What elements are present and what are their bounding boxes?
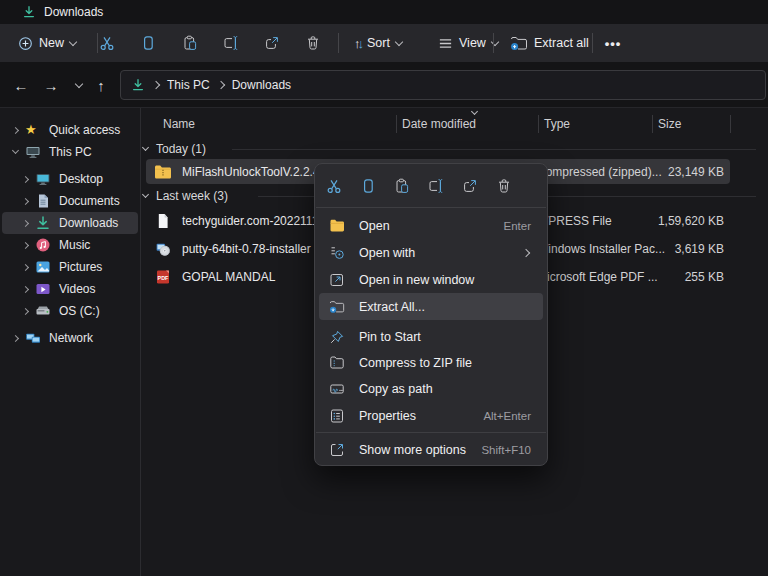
cut-button[interactable] <box>91 29 123 57</box>
file-size-putty: 3,619 KB <box>675 242 724 256</box>
chevron-down-icon <box>69 37 77 45</box>
menu-item-extract-all[interactable]: Extract All... <box>319 293 543 320</box>
expand-chevron-icon[interactable] <box>20 177 30 182</box>
breadcrumb-chevron-icon <box>152 81 160 89</box>
group-header-last-week[interactable]: Last week (3) <box>143 188 228 204</box>
share-icon <box>462 178 478 194</box>
desktop-icon <box>35 171 51 187</box>
menu-item-open-with[interactable]: Open with <box>319 239 543 266</box>
group-divider <box>232 149 756 150</box>
breadcrumb-downloads[interactable]: Downloads <box>226 78 297 92</box>
expand-chevron-icon[interactable] <box>20 287 30 292</box>
menu-item-compress-to-zip[interactable]: Compress to ZIP file <box>319 349 543 376</box>
column-header-size[interactable]: Size <box>658 112 681 136</box>
delete-button[interactable] <box>490 172 518 200</box>
expand-chevron-icon[interactable] <box>20 199 30 204</box>
copy-button[interactable] <box>132 29 164 57</box>
view-button[interactable]: View <box>430 29 506 57</box>
menu-item-pin-to-start[interactable]: Pin to Start <box>319 323 543 350</box>
column-header-type[interactable]: Type <box>544 112 570 136</box>
back-button[interactable]: ← <box>8 72 34 98</box>
copy-button[interactable] <box>354 172 382 200</box>
new-window-icon <box>329 272 345 288</box>
expand-chevron-icon[interactable] <box>20 243 30 248</box>
sidebar-item-downloads[interactable]: Downloads <box>2 212 138 234</box>
expand-chevron-icon[interactable] <box>10 336 20 341</box>
zip-folder-icon <box>154 164 172 180</box>
up-button[interactable]: ↑ <box>88 72 114 98</box>
file-size-miflash: 23,149 KB <box>668 165 724 179</box>
collapse-chevron-icon[interactable] <box>10 151 20 153</box>
chevron-down-icon <box>491 37 499 45</box>
pin-icon <box>329 329 345 345</box>
column-header-name[interactable]: Name <box>163 112 195 136</box>
ellipsis-icon: ••• <box>605 36 622 51</box>
sort-button-label: Sort <box>367 36 390 50</box>
pdf-icon: PDF <box>154 269 172 285</box>
pictures-icon <box>35 259 51 275</box>
toolbar-divider <box>592 33 593 53</box>
address-bar[interactable]: This PC Downloads <box>120 70 766 100</box>
menu-item-open[interactable]: Open Enter <box>319 212 543 239</box>
group-collapse-chevron-icon[interactable] <box>142 191 149 198</box>
sort-icon: ↑↓ <box>354 36 361 51</box>
sidebar-item-this-pc[interactable]: This PC <box>2 141 138 163</box>
rename-button[interactable] <box>215 29 247 57</box>
column-divider[interactable] <box>652 115 653 133</box>
delete-button[interactable] <box>297 29 329 57</box>
sidebar-item-desktop[interactable]: Desktop <box>2 168 138 190</box>
zip-compress-icon <box>329 355 345 371</box>
sidebar-item-videos[interactable]: Videos <box>2 278 138 300</box>
share-button[interactable] <box>456 172 484 200</box>
paste-button[interactable] <box>388 172 416 200</box>
sidebar-item-quick-access[interactable]: ★ Quick access <box>2 119 138 141</box>
download-icon <box>35 215 51 231</box>
menu-divider <box>316 207 546 208</box>
rename-icon <box>223 35 239 51</box>
chevron-down-icon <box>75 79 83 87</box>
plus-circle-icon <box>18 36 33 51</box>
rename-button[interactable] <box>422 172 450 200</box>
sidebar-item-pictures[interactable]: Pictures <box>2 256 138 278</box>
file-type-gopal-mandal: Microsoft Edge PDF ... <box>537 270 658 284</box>
column-divider[interactable] <box>730 115 731 133</box>
shortcut-label: Alt+Enter <box>483 410 531 422</box>
more-options-button[interactable]: ••• <box>598 29 628 57</box>
svg-text:PDF: PDF <box>158 274 169 280</box>
expand-chevron-icon[interactable] <box>10 128 20 133</box>
sidebar-item-music[interactable]: Music <box>2 234 138 256</box>
group-collapse-chevron-icon[interactable] <box>142 144 149 151</box>
extract-all-button[interactable]: Extract all <box>502 29 603 57</box>
cut-button[interactable] <box>320 172 348 200</box>
rename-icon <box>428 178 444 194</box>
content-divider <box>0 107 768 108</box>
network-icon <box>25 330 41 346</box>
expand-chevron-icon[interactable] <box>20 221 30 226</box>
group-header-today[interactable]: Today (1) <box>143 141 206 157</box>
menu-item-copy-as-path[interactable]: Copy as path <box>319 375 543 402</box>
breadcrumb-this-pc[interactable]: This PC <box>161 78 216 92</box>
paste-button[interactable] <box>174 29 206 57</box>
menu-item-properties[interactable]: Properties Alt+Enter <box>319 402 543 429</box>
file-explorer-window: Downloads New ↑↓ Sort <box>0 0 768 576</box>
share-button[interactable] <box>256 29 288 57</box>
sidebar-item-os-c[interactable]: OS (C:) <box>2 300 138 322</box>
menu-item-open-in-new-window[interactable]: Open in new window <box>319 266 543 293</box>
star-icon: ★ <box>25 122 41 138</box>
column-header-date-modified[interactable]: Date modified <box>402 112 476 136</box>
column-divider[interactable] <box>396 115 397 133</box>
new-button[interactable]: New <box>10 29 84 57</box>
sidebar-divider <box>140 108 141 576</box>
share-icon <box>264 35 280 51</box>
forward-button[interactable]: → <box>38 72 64 98</box>
scissors-icon <box>326 178 342 194</box>
downloads-icon <box>22 5 36 19</box>
menu-item-show-more-options[interactable]: Show more options Shift+F10 <box>319 436 543 463</box>
column-divider[interactable] <box>538 115 539 133</box>
sidebar-item-documents[interactable]: Documents <box>2 190 138 212</box>
expand-chevron-icon[interactable] <box>20 309 30 314</box>
shortcut-label: Shift+F10 <box>481 444 531 456</box>
expand-chevron-icon[interactable] <box>20 265 30 270</box>
sidebar-item-network[interactable]: Network <box>2 327 138 349</box>
sort-button[interactable]: ↑↓ Sort <box>346 29 410 57</box>
